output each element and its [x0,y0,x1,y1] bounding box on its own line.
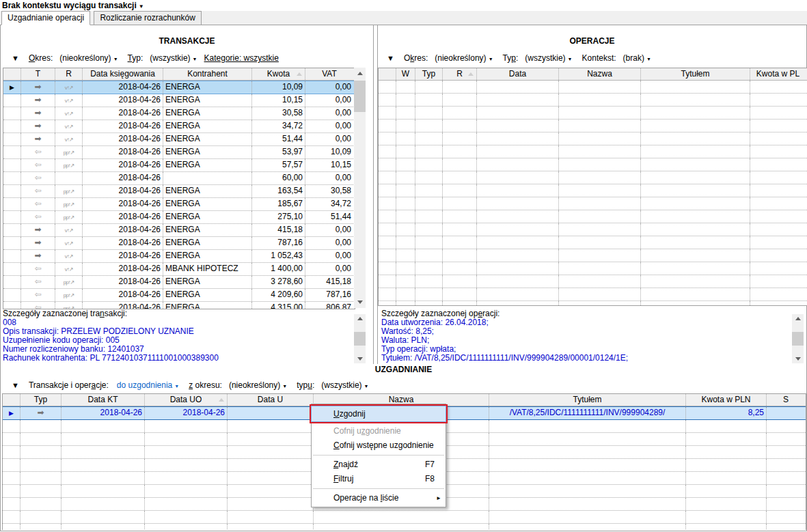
empty-cell [228,472,314,484]
transaction-row[interactable]: ➡v↑↗2018-04-26ENERGA415,180,00 [3,224,355,237]
operation-details-scrollbar[interactable] [792,314,804,363]
empty-row[interactable] [379,288,807,301]
header-data-ksiegowania[interactable]: Data księgowania [83,68,163,80]
menu-item-uzgodnij[interactable]: Uzgodnij [311,406,446,422]
transaction-row[interactable]: ⇦2018-04-2660,000,00 [3,172,355,185]
do-uzgodnienia-link[interactable]: do uzgodnienia▼ [117,380,179,390]
header-t[interactable]: T [21,68,55,80]
empty-row[interactable] [379,223,807,236]
empty-row[interactable] [379,184,807,197]
menu-item-cofnij-uzgodnienie[interactable]: Cofnij uzgodnienie [312,424,446,438]
context-bar[interactable]: Brak kontekstu wyciągu transakcji▼ [2,1,144,11]
empty-row[interactable] [379,107,807,120]
okres-dropdown[interactable]: (nieokreślony)▼ [435,53,493,63]
transaction-row[interactable]: ➡v↑↗2018-04-26ENERGA10,150,00 [3,94,355,107]
z-okresu-dropdown[interactable]: (nieokreślony)▼ [229,380,287,390]
empty-row[interactable] [379,236,807,249]
operation-details-label: Szczegóły zaznaczonej operacji: [381,309,500,318]
header-typ[interactable]: Typ [415,68,443,80]
transaction-row[interactable]: ➡v↑↗2018-04-26ENERGA51,440,00 [3,133,355,146]
empty-row[interactable] [379,94,807,107]
scroll-up-button[interactable] [792,314,804,323]
empty-row[interactable] [379,275,807,288]
filter-collapse-icon[interactable]: ▼ [12,55,19,61]
filter-collapse-icon[interactable]: ▼ [12,382,19,389]
header-vat[interactable]: VAT [305,68,353,80]
filter-collapse-icon[interactable]: ▼ [387,55,394,61]
transaction-row[interactable]: ⇦pp↑↗2018-04-26ENERGA53,9710,09 [3,146,355,159]
header-data-kt[interactable]: Data KT [61,394,145,406]
header-data-uo[interactable]: Data UO [145,394,228,406]
menu-item-cofnij-wstepne-uzgodnienie[interactable]: Cofnij wstępne uzgodnienie [312,438,446,453]
header-r[interactable]: R [55,68,83,80]
transaction-row[interactable]: ⇦pp↑↗2018-04-26ENERGA163,5430,58 [3,185,355,198]
empty-row[interactable] [379,171,807,184]
empty-row[interactable] [379,301,807,306]
transaction-row[interactable]: ➡v↑↗2018-04-26ENERGA30,580,00 [3,107,355,120]
header-kwota-label: Kwota [267,69,290,79]
header-typ[interactable]: Typ [20,394,61,406]
empty-row[interactable] [3,511,806,524]
kontekst-dropdown[interactable]: (brak)▼ [623,53,651,63]
header-kontrahent[interactable]: Kontrahent [163,68,252,80]
tab-rozliczanie-rozrachunkow[interactable]: Rozliczanie rozrachunków [94,11,201,25]
transaction-row[interactable]: ⇦pp↑↗2018-04-26ENERGA275,1051,44 [3,211,355,224]
empty-row[interactable] [379,197,807,210]
scroll-up-button[interactable] [354,314,366,323]
empty-cell [686,472,767,484]
transaction-row[interactable]: ⇦pp↑↗2018-04-26ENERGA57,5710,15 [3,159,355,172]
empty-row[interactable] [379,145,807,158]
transaction-row[interactable]: ⇦pp↑↗2018-04-26ENERGA185,6734,72 [3,198,355,211]
transaction-row[interactable]: ⇦pp↑↗2018-04-26ENERGA3 278,60415,18 [3,276,355,289]
kategorie-link[interactable]: Kategorie: wszystkie [204,53,279,63]
r-status-cell: v↑↗ [55,250,83,262]
transaction-row[interactable]: ⇦pp↑↗2018-04-26ENERGA4 209,60787,16 [3,289,355,302]
scroll-down-button[interactable] [792,354,804,363]
scrollbar-thumb[interactable] [354,81,366,112]
menu-item-znajdz[interactable]: ZnajdźF7 [312,458,446,472]
empty-row[interactable] [379,158,807,171]
menu-item-operacje-na-liscie[interactable]: Operacje na liście► [312,491,446,505]
typ-dropdown[interactable]: (wszystkie)▼ [150,53,197,63]
header-nazwa[interactable]: Nazwa [559,68,641,80]
scroll-up-button[interactable] [354,68,366,79]
header-tytulem[interactable]: Tytułem [641,68,750,80]
scrollbar-thumb[interactable] [354,332,366,346]
scroll-down-button[interactable] [354,354,366,363]
empty-row[interactable] [379,210,807,223]
okres-dropdown[interactable]: (nieokreślony)▼ [59,53,118,63]
transaction-row[interactable]: ➡v↑↗2018-04-26ENERGA787,160,00 [3,237,355,250]
header-data-u[interactable]: Data U [228,394,314,406]
empty-row[interactable] [3,524,806,530]
transaction-details-scrollbar[interactable] [354,314,366,363]
transaction-row[interactable]: ➡v↑↗2018-04-26ENERGA34,720,00 [3,120,355,133]
empty-row[interactable] [379,262,807,275]
empty-cell [396,301,415,306]
transactions-scrollbar[interactable] [354,68,366,308]
empty-cell [686,498,767,510]
transaction-row[interactable]: ⇦v↑↗2018-04-26MBANK HIPOTECZ1 400,000,00 [3,263,355,276]
empty-row[interactable] [379,249,807,262]
menu-item-filtruj[interactable]: FiltrujF8 [312,472,446,486]
header-w[interactable]: W [396,68,415,80]
tab-label: Uzgadnianie operacji [8,13,84,23]
header-kwota-w-pl[interactable]: Kwota w PL [750,68,806,80]
typ-dropdown[interactable]: (wszystkie)▼ [525,53,572,63]
typu-dropdown[interactable]: (wszystkie)▼ [321,380,368,390]
scrollbar-thumb[interactable] [792,332,804,346]
header-kwota[interactable]: Kwota [252,68,305,80]
empty-row[interactable] [379,132,807,145]
header-tytulem[interactable]: Tytułem [489,394,686,406]
header-kwota-w-pln[interactable]: Kwota w PLN [686,394,767,406]
empty-row[interactable] [379,120,807,132]
header-data[interactable]: Data [477,68,559,80]
header-r[interactable]: R [443,68,477,80]
scroll-down-button[interactable] [354,296,366,308]
header-s[interactable]: S [767,394,805,406]
empty-row[interactable] [379,81,807,94]
date-cell: 2018-04-26 [83,94,163,107]
tab-uzgadnianie-operacji[interactable]: Uzgadnianie operacji [1,11,90,25]
empty-cell [20,472,61,484]
transaction-row[interactable]: ▶➡v↑↗2018-04-26ENERGA10,090,00 [3,81,355,94]
transaction-row[interactable]: ➡v↑↗2018-04-26ENERGA1 052,430,00 [3,250,355,263]
